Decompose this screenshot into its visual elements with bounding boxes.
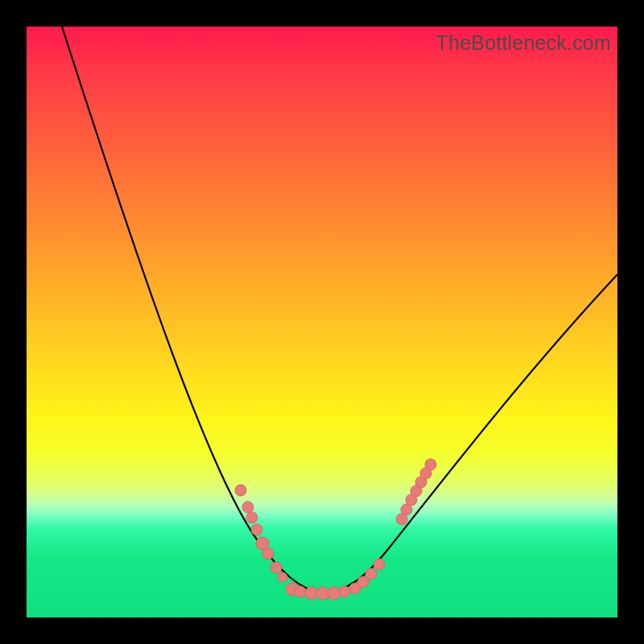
data-point (365, 568, 377, 580)
data-point (374, 559, 385, 570)
plot-area: TheBottleneck.com (27, 27, 617, 617)
chart-frame: TheBottleneck.com (0, 0, 644, 644)
data-point (246, 512, 258, 523)
data-point (339, 586, 350, 597)
curve-right (323, 275, 617, 593)
data-point (242, 502, 254, 513)
curve-layer (27, 27, 617, 617)
data-point (256, 537, 269, 550)
curve-left (62, 27, 323, 593)
data-point (425, 459, 436, 470)
data-point (295, 586, 306, 597)
data-point (270, 562, 282, 573)
data-point (235, 485, 246, 496)
data-point (251, 524, 262, 535)
marker-group (235, 459, 436, 600)
data-point (328, 587, 341, 600)
data-point (262, 548, 274, 559)
data-point (278, 572, 287, 582)
